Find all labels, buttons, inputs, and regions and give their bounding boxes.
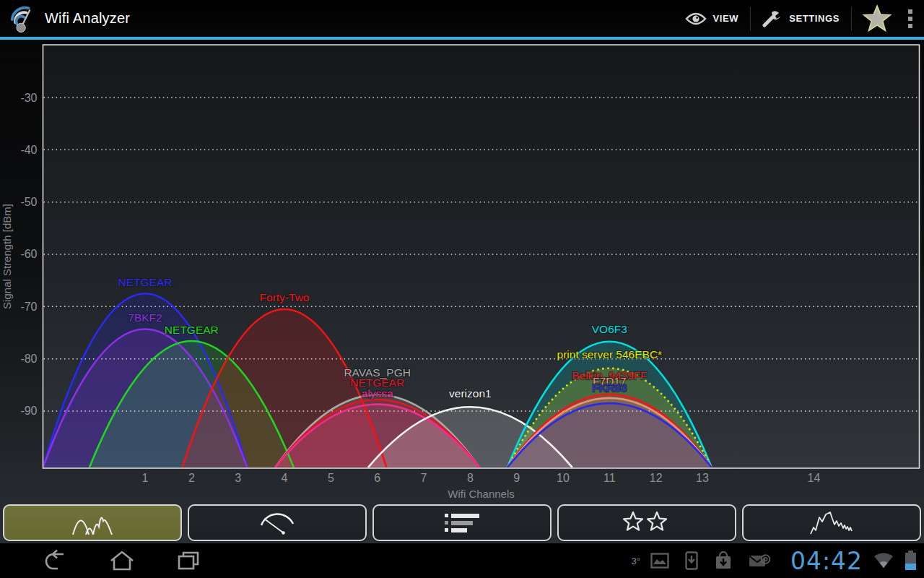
download-icon: [685, 551, 698, 570]
x-tick-label: 4: [282, 472, 288, 484]
home-icon: [110, 550, 134, 571]
network-label: verizon1: [449, 387, 492, 400]
network-label: NETGEAR: [165, 324, 219, 336]
back-icon: [43, 549, 68, 572]
nav-home-button[interactable]: [95, 543, 149, 578]
x-axis-title: Wifi Channels: [448, 488, 515, 500]
view-toolbar: [0, 501, 924, 543]
gallery-icon: [650, 552, 669, 569]
clock: 04:42: [790, 547, 863, 575]
x-tick-label: 9: [513, 472, 520, 484]
tab-channel-graph[interactable]: [3, 504, 182, 541]
recents-icon: [176, 550, 201, 571]
settings-button[interactable]: SETTINGS: [751, 0, 851, 37]
temperature-indicator: 3°: [631, 556, 640, 566]
system-navigation-bar: 3° 04:42: [0, 543, 924, 578]
x-tick-label: 11: [603, 472, 616, 484]
network-label: NETGEAR: [118, 276, 173, 288]
overflow-dot: [908, 9, 912, 14]
x-tick-label: 1: [142, 472, 149, 484]
star-icon: [862, 4, 892, 34]
battery-icon: [905, 551, 917, 571]
overflow-dot: [908, 17, 912, 21]
tab-ap-list[interactable]: [372, 504, 552, 541]
x-tick-label: 14: [808, 472, 821, 484]
x-tick-label: 5: [328, 472, 334, 484]
y-tick-label: -70: [20, 301, 37, 313]
x-tick-label: 2: [188, 472, 195, 484]
x-tick-label: 10: [557, 472, 570, 484]
action-bar: Wifi Analyzer VIEW SETTINGS: [0, 0, 924, 40]
channel-graph-container: -30-40-50-60-70-80-901234567891011121314…: [0, 40, 924, 500]
x-tick-label: 6: [374, 472, 380, 484]
y-tick-label: -80: [20, 353, 37, 365]
nav-recents-button[interactable]: [162, 543, 215, 578]
time-graph-icon: [808, 510, 855, 536]
network-label: Forty-Two: [260, 291, 310, 303]
y-tick-label: -60: [20, 248, 37, 260]
app-title: Wifi Analyzer: [45, 10, 130, 27]
network-label: FKR93: [592, 381, 627, 394]
settings-label: SETTINGS: [789, 13, 840, 24]
network-label: alyssa: [362, 387, 393, 400]
x-tick-label: 8: [467, 472, 474, 484]
channel-graph-icon: [67, 511, 118, 535]
tab-signal-meter[interactable]: [188, 504, 367, 541]
overflow-menu-button[interactable]: [902, 0, 924, 37]
market-download-icon: [714, 551, 733, 570]
nav-back-button[interactable]: [29, 543, 82, 578]
y-tick-label: -40: [20, 144, 37, 156]
x-tick-label: 12: [650, 472, 663, 484]
network-label: 7BKF2: [128, 311, 162, 324]
y-tick-label: -90: [20, 405, 37, 417]
y-tick-label: -30: [20, 92, 37, 104]
eye-icon: [685, 12, 707, 26]
notification-icons[interactable]: [650, 551, 770, 570]
signal-meter-icon: [256, 511, 299, 535]
x-tick-label: 13: [696, 472, 709, 484]
view-button[interactable]: VIEW: [674, 0, 751, 37]
network-label: VO6F3: [592, 323, 627, 335]
tab-time-graph[interactable]: [742, 504, 921, 541]
y-tick-label: -50: [20, 196, 37, 208]
favorite-star-button[interactable]: [852, 0, 902, 37]
wifi-signal-icon: [873, 552, 894, 569]
x-tick-label: 3: [235, 472, 241, 484]
overflow-dot: [908, 24, 912, 28]
email-icon: [749, 553, 770, 569]
ap-list-icon: [443, 511, 481, 535]
app-logo-icon: [7, 4, 38, 34]
network-label: print server 546EBC*: [557, 348, 663, 361]
x-tick-label: 7: [421, 472, 427, 484]
wrench-icon: [762, 9, 783, 28]
tab-channel-rating[interactable]: [557, 504, 736, 541]
channel-graph-svg: -30-40-50-60-70-80-901234567891011121314…: [0, 40, 924, 500]
view-label: VIEW: [713, 13, 739, 24]
y-axis-title: Signal Strength [dBm]: [1, 204, 13, 309]
channel-rating-stars-icon: [621, 510, 673, 536]
